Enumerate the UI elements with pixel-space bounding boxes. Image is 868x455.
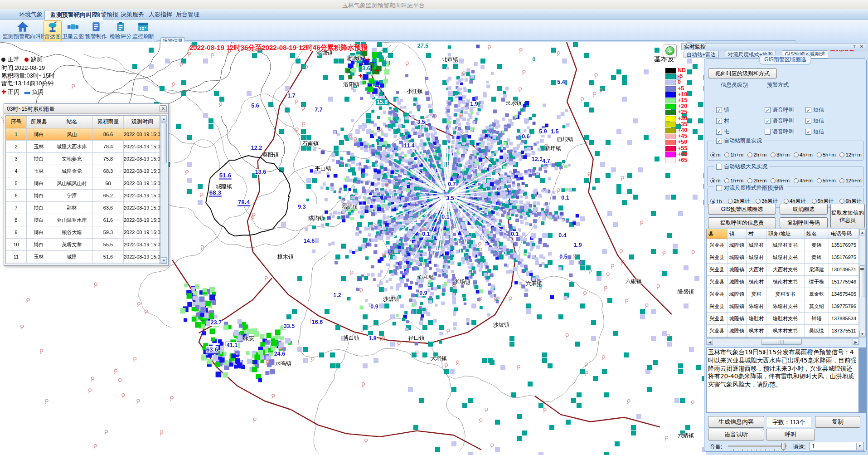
radio-option-1h+m[interactable]: 1h+m — [724, 152, 743, 157]
contacts-header[interactable]: 村 — [747, 229, 766, 239]
table-row[interactable]: 兴业县城隍镇大西村大西村支书梁泽建130149571 — [707, 264, 859, 276]
checked-checkbox-icon[interactable]: ✓ — [805, 129, 811, 135]
contacts-header[interactable]: 县 — [707, 229, 727, 239]
table-row[interactable]: 9博白顿谷大塘59.32022-08-19 15:00 — [6, 226, 160, 239]
radio-option-m[interactable]: m — [710, 152, 721, 157]
radio-option-12h+m[interactable]: 12h+m — [839, 178, 861, 183]
slider-track[interactable] — [728, 445, 787, 447]
radio-icon[interactable] — [771, 152, 776, 157]
slider-thumb[interactable] — [781, 443, 786, 450]
radio-option-3h+m[interactable]: 3h+m — [771, 178, 790, 183]
voice-call-checkbox[interactable]: 语音呼叫 — [764, 128, 796, 136]
radio-icon[interactable] — [771, 178, 776, 183]
table-row[interactable]: 兴业县城隍镇镇南村镇南村支书谭于模151775946 — [707, 276, 859, 288]
close-icon[interactable]: ✕ — [858, 44, 865, 50]
warning-message-box[interactable]: 玉林市气象台19日5时15分发布暴雨橙色预警信号：4时以来兴业县城隍大西水库已出… — [706, 347, 866, 413]
contacts-hscrollbar[interactable]: ◀ |||| ▶ — [706, 338, 859, 345]
radio-option-4h+m[interactable]: 4h+m — [794, 152, 813, 157]
scroll-up-icon[interactable]: ▲ — [161, 116, 167, 122]
rain-table-header[interactable]: 站名 — [51, 116, 93, 128]
copy-button[interactable]: 复制 — [815, 416, 860, 428]
radio-option-2h+m[interactable]: 2h+m — [747, 178, 766, 183]
radio-option-5h+m[interactable]: 5h+m — [817, 152, 836, 157]
toolbar-button-1[interactable]: 监测预警靶向叫应 — [3, 20, 43, 41]
radio-icon[interactable] — [794, 178, 799, 183]
selected-radio-icon[interactable] — [710, 199, 715, 204]
map-zoom-in-button[interactable]: + — [663, 44, 677, 58]
contacts-header[interactable]: 职务/地址 — [766, 229, 805, 239]
checked-checkbox-icon[interactable]: ✓ — [805, 118, 811, 124]
selected-radio-icon[interactable] — [710, 178, 715, 183]
contacts-vscrollbar[interactable]: ▲ ≡ ▼ — [859, 229, 866, 338]
chevron-down-icon[interactable]: ▼ — [856, 443, 863, 450]
table-row[interactable]: 兴业县城隍镇陈塘村陈塘村支书莫文绍139775796 — [707, 300, 859, 313]
table-row[interactable]: 10博白英桥文黎55.52022-08-19 15:00 — [6, 239, 160, 251]
scroll-up-icon[interactable]: ▲ — [859, 349, 865, 354]
sms-checkbox[interactable]: ✓短信 — [805, 117, 826, 125]
contacts-table[interactable]: 县镇村职务/地址姓名电话号码兴业县城隍镇城隍村城隍村支书黄铸135176975兴… — [706, 229, 859, 338]
contacts-header[interactable]: 电话号码 — [829, 229, 859, 239]
table-row[interactable]: 兴业县城隍镇城隍村城隍村支书黄铸135176975 — [707, 251, 859, 264]
pin-icon[interactable]: ⊤ — [851, 44, 858, 50]
close-icon[interactable]: ✕ — [160, 105, 167, 112]
radio-option-1h+m[interactable]: 1h+m — [724, 178, 743, 183]
checked-checkbox-icon[interactable]: ✓ — [716, 118, 722, 124]
scroll-thumb[interactable]: ≡ — [859, 265, 865, 297]
rain-window-titlebar[interactable]: 03时~15时累积雨量 — [4, 104, 168, 114]
rain-table-header[interactable]: 累积雨量 — [93, 116, 124, 128]
scroll-thumb[interactable]: |||| — [761, 339, 802, 345]
cancel-circle-button[interactable]: 取消圈选 — [780, 204, 828, 215]
radio-icon[interactable] — [756, 199, 761, 204]
rain-table-scrollbar[interactable]: ▲ ▼ — [160, 115, 167, 264]
radio-icon[interactable] — [812, 199, 817, 204]
table-row[interactable]: 5博白凤山镇凤山村682022-08-19 15:00 — [6, 177, 160, 190]
gis-circle-button[interactable]: GIS预警区域圈选 — [708, 204, 776, 215]
radio-icon[interactable] — [724, 152, 729, 157]
table-row[interactable]: 兴业县城隍镇塘肚村塘肚村支书钟塔137885534 — [707, 313, 859, 325]
unchecked-checkbox-icon[interactable] — [765, 129, 771, 135]
table-row[interactable]: 8博白亚山温罗水库61.62022-08-19 15:00 — [6, 214, 160, 226]
scroll-left-icon[interactable]: ◀ — [707, 339, 713, 345]
scroll-thumb[interactable] — [161, 122, 167, 163]
generate-message-button[interactable]: 生成信息内容 — [708, 416, 764, 428]
scroll-right-icon[interactable]: ▶ — [853, 339, 859, 345]
level-mode-button[interactable]: 靶向叫应的级别和方式 — [708, 68, 777, 78]
radio-icon[interactable] — [839, 199, 844, 204]
radio-option-4h+m[interactable]: 4h+m — [794, 178, 813, 183]
menu-tab-6[interactable]: 后台管理 — [170, 10, 205, 20]
table-row[interactable]: 11玉林城隍51.62022-08-19 15:00 — [6, 251, 160, 263]
call-button[interactable]: 呼叫 — [766, 429, 815, 440]
menu-tab-1[interactable]: 环境气象 — [14, 10, 48, 20]
voice-call-checkbox[interactable]: ✓语音呼叫 — [764, 106, 796, 114]
scroll-down-icon[interactable]: ▼ — [859, 406, 865, 411]
table-row[interactable]: 7博白那林63.62022-08-19 15:00 — [6, 202, 160, 214]
radio-option-3h+m[interactable]: 3h+m — [771, 152, 790, 157]
sms-checkbox[interactable]: ✓短信 — [805, 106, 826, 114]
dock-header[interactable]: 实时监控 ⊤ ✕ — [681, 43, 867, 50]
voice-preview-button[interactable]: 语音试听 — [708, 429, 764, 440]
table-row[interactable]: 兴业县城隍镇枫木村枫木村支书吴以悦137375511 — [707, 325, 859, 337]
radio-option-5h+m[interactable]: 5h+m — [817, 178, 836, 183]
dock-tab-1[interactable]: 自动站+雷达 — [684, 51, 719, 58]
table-row[interactable]: 兴业县城隍镇城隍村城隍村支书黄铸135176975 — [707, 239, 859, 251]
radio-icon[interactable] — [817, 152, 822, 157]
scroll-down-icon[interactable]: ▼ — [859, 331, 865, 337]
toolbar-button-2[interactable]: 雷达图 — [44, 20, 62, 41]
rain-table-header[interactable]: 所属县 — [27, 116, 51, 128]
sms-checkbox[interactable]: ✓短信 — [805, 128, 826, 136]
radio-option-2h+m[interactable]: 2h+m — [747, 152, 766, 157]
unchecked-checkbox-icon[interactable] — [716, 164, 722, 170]
checked-checkbox-icon[interactable]: ✓ — [765, 107, 771, 113]
toolbar-button-3[interactable]: 卫星云图 — [62, 20, 84, 41]
unchecked-checkbox-icon[interactable] — [716, 185, 722, 191]
rain-table-header[interactable]: 观测时间 — [124, 116, 161, 128]
radio-icon[interactable] — [784, 199, 789, 204]
checked-checkbox-icon[interactable]: ✓ — [805, 107, 811, 113]
level-checkbox[interactable]: ✓屯 — [716, 128, 731, 136]
extract-sms-button[interactable]: 提取发短信的信息员 — [830, 204, 865, 228]
toolbar-button-5[interactable]: 检验评分 — [109, 20, 132, 41]
radio-icon[interactable] — [724, 178, 729, 183]
checked-checkbox-icon[interactable]: ✓ — [716, 138, 722, 144]
radar-map[interactable]: 沙塘镇蒲塘镇北市镇洛阳镇小江镇民乐镇石南镇葵阳镇平山镇城隍镇福绵镇成均镇樟木镇西… — [0, 42, 706, 455]
checked-checkbox-icon[interactable]: ✓ — [716, 107, 722, 113]
